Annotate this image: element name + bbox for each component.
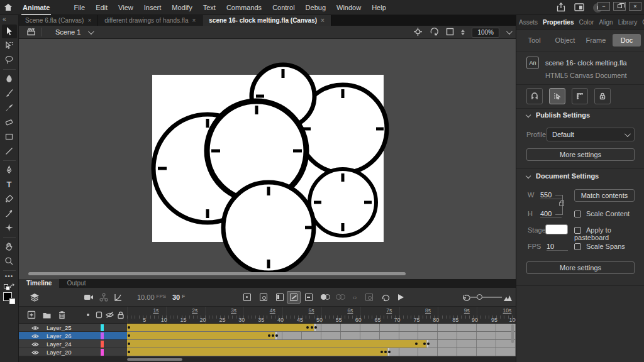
delete-layer-button[interactable]: [57, 310, 67, 320]
keyframe-dot[interactable]: [380, 351, 383, 353]
insert-frame-button[interactable]: [273, 291, 287, 304]
layer-name[interactable]: Layer_20: [47, 349, 72, 356]
keyframe-dot[interactable]: [427, 343, 430, 345]
match-contents-button[interactable]: Match contents: [574, 189, 635, 202]
graph-editor-icon[interactable]: [111, 291, 125, 304]
subselection-tool[interactable]: [2, 39, 17, 53]
scene-name[interactable]: Scene 1: [55, 28, 80, 36]
center-stage-icon[interactable]: [413, 27, 423, 38]
clock-drawing-5[interactable]: [223, 182, 314, 273]
menu-help[interactable]: Help: [372, 4, 386, 11]
menu-window[interactable]: Window: [336, 4, 361, 11]
pen-tool[interactable]: [2, 163, 17, 177]
stage-canvas[interactable]: [19, 39, 516, 279]
layer-color-chip[interactable]: [101, 341, 104, 348]
asset-warp-tool[interactable]: [2, 221, 17, 235]
menu-view[interactable]: View: [118, 4, 133, 11]
rotate-tool-icon[interactable]: [430, 27, 439, 38]
device-preview-icon[interactable]: [574, 3, 584, 13]
lock-aspect-icon[interactable]: [559, 202, 564, 206]
close-tab-icon[interactable]: ×: [87, 17, 91, 24]
resize-timeline-view-icon[interactable]: [501, 291, 514, 304]
menu-modify[interactable]: Modify: [172, 4, 192, 11]
menu-debug[interactable]: Debug: [306, 4, 326, 11]
menu-edit[interactable]: Edit: [96, 4, 108, 11]
timeline-tab-output[interactable]: Output: [59, 279, 93, 288]
subtab-frame[interactable]: Frame: [582, 34, 610, 47]
frame-span[interactable]: [127, 324, 314, 331]
collapse-panel-icon[interactable]: «: [0, 15, 6, 24]
menu-control[interactable]: Control: [272, 4, 294, 11]
insert-blank-keyframe-button[interactable]: [257, 291, 270, 304]
layer-name[interactable]: Layer_24: [47, 341, 72, 348]
timeline-vertical-scrollbar[interactable]: [511, 324, 514, 343]
layer-parenting-icon[interactable]: [97, 291, 111, 304]
layer-color-chip[interactable]: [101, 332, 104, 339]
fill-color-swatch[interactable]: [9, 298, 16, 305]
close-tab-icon[interactable]: ×: [321, 17, 325, 24]
layer-name[interactable]: Layer_26: [47, 332, 72, 339]
rectangle-tool[interactable]: [2, 130, 17, 144]
swap-colors-icon[interactable]: [4, 282, 15, 290]
paint-bucket-tool[interactable]: [2, 192, 17, 206]
clip-content-icon[interactable]: [446, 28, 454, 37]
panel-tab-library[interactable]: Library: [616, 19, 640, 29]
layers-icon[interactable]: [28, 291, 42, 304]
new-folder-button[interactable]: [42, 310, 52, 320]
layer-frames[interactable]: [127, 340, 516, 348]
scale-content-checkbox[interactable]: Scale Content: [574, 210, 630, 217]
edit-scene-icon[interactable]: [26, 27, 36, 37]
fps-value[interactable]: 10: [547, 243, 568, 251]
paint-brush-tool[interactable]: [2, 101, 17, 115]
document-more-settings-button[interactable]: More settings: [526, 261, 635, 274]
selection-tool[interactable]: [2, 25, 17, 38]
eraser-tool[interactable]: [2, 116, 17, 129]
layer-frames[interactable]: [127, 332, 516, 340]
panel-tab-properties[interactable]: Properties: [540, 19, 576, 29]
checkbox-icon[interactable]: [574, 211, 581, 217]
play-button[interactable]: [394, 291, 408, 304]
timeline-horizontal-scrollbar[interactable]: [127, 358, 182, 361]
keyframe-dot[interactable]: [311, 326, 313, 329]
layer-row[interactable]: Layer_24: [19, 340, 516, 348]
lock-all-layers-icon[interactable]: [116, 310, 126, 320]
layer-name-cell[interactable]: Layer_26: [19, 332, 127, 340]
checkbox-icon[interactable]: [574, 227, 581, 234]
restore-button[interactable]: [613, 2, 626, 11]
line-tool[interactable]: [2, 145, 17, 158]
close-button[interactable]: ×: [629, 2, 641, 11]
menu-commands[interactable]: Commands: [226, 4, 262, 11]
edit-multiple-frames-button[interactable]: ‹›: [348, 291, 362, 304]
document-tab-0[interactable]: Scene 6.fla (Canvas)×: [19, 15, 98, 26]
new-layer-button[interactable]: [26, 310, 36, 320]
keyframe-dot[interactable]: [384, 351, 387, 353]
more-tools-icon[interactable]: •••: [5, 273, 14, 282]
home-icon[interactable]: [0, 0, 16, 15]
timeline-ruler[interactable]: 1s2s3s4s5s6s7s8s9s10s5101520253035404550…: [127, 307, 516, 324]
document-settings-header[interactable]: Document Settings: [526, 172, 599, 180]
subtab-tool[interactable]: Tool: [520, 34, 548, 47]
panel-tab-color[interactable]: Color: [576, 19, 596, 29]
scene-chevron-icon[interactable]: [88, 28, 94, 35]
layer-frames[interactable]: [127, 324, 516, 332]
document-tab-1[interactable]: different drawings of hands.fla×: [98, 15, 203, 26]
stroke-fill-swatches[interactable]: [3, 292, 16, 305]
keyframe-dot[interactable]: [275, 334, 278, 337]
remove-frames-button[interactable]: [302, 291, 316, 304]
keyframe-dot[interactable]: [268, 334, 270, 337]
layer-color-chip[interactable]: [101, 324, 104, 331]
stage-color-swatch[interactable]: [545, 224, 568, 234]
layer-name-cell[interactable]: Layer_24: [19, 340, 127, 348]
onion-skin-button[interactable]: [318, 291, 332, 304]
layer-name-cell[interactable]: Layer_25: [19, 324, 127, 332]
loop-button[interactable]: [379, 291, 392, 304]
frame-span[interactable]: [127, 340, 426, 348]
auto-keyframe-button[interactable]: [287, 291, 301, 304]
lasso-tool[interactable]: [2, 53, 17, 67]
menu-text[interactable]: Text: [203, 4, 216, 11]
frame-span[interactable]: [127, 348, 387, 356]
layer-color-chip[interactable]: [101, 349, 104, 356]
keyframe-dot[interactable]: [272, 334, 274, 337]
menu-file[interactable]: File: [74, 4, 85, 11]
keyframe-dot[interactable]: [314, 326, 317, 329]
